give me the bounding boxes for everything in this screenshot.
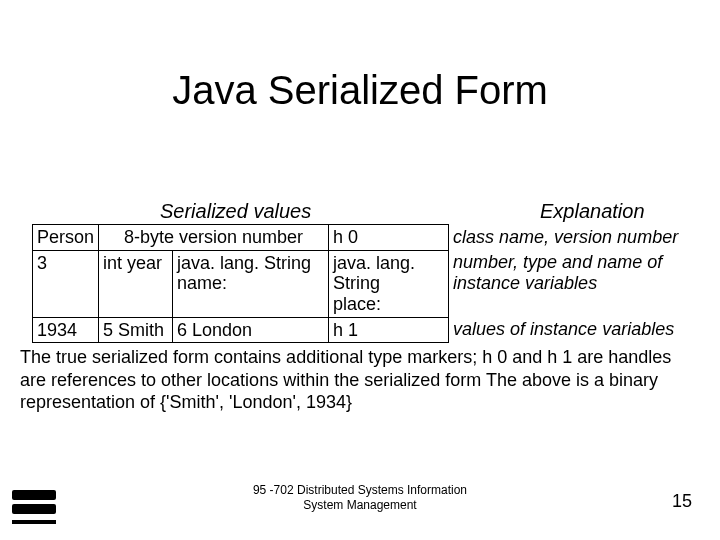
cell: 8-byte version number	[99, 225, 329, 251]
slide-title: Java Serialized Form	[0, 0, 720, 113]
cell: java. lang. String name:	[172, 250, 328, 317]
explanation-cell: values of instance variables	[449, 317, 683, 343]
cell: Person	[33, 225, 99, 251]
explanation-cell: class name, version number	[449, 225, 683, 251]
body-paragraph: The true serialized form contains additi…	[20, 346, 700, 414]
page-number: 15	[672, 491, 692, 512]
cell: 3	[33, 250, 99, 317]
logo-icon	[12, 486, 56, 524]
cell: h 0	[329, 225, 449, 251]
serialized-values-header: Serialized values	[160, 200, 311, 223]
cell: 1934	[33, 317, 99, 343]
cell: h 1	[329, 317, 449, 343]
cell: int year	[99, 250, 173, 317]
table-row: Person 8-byte version number h 0 class n…	[33, 225, 683, 251]
table-row: 1934 5 Smith 6 London h 1 values of inst…	[33, 317, 683, 343]
table-row: 3 int year java. lang. String name: java…	[33, 250, 683, 317]
cell: 6 London	[172, 317, 328, 343]
serialized-table: Person 8-byte version number h 0 class n…	[32, 224, 683, 343]
cell: java. lang. String place:	[329, 250, 449, 317]
slide: Java Serialized Form Serialized values E…	[0, 0, 720, 540]
explanation-header: Explanation	[540, 200, 645, 223]
cell: 5 Smith	[99, 317, 173, 343]
footer-text: 95 -702 Distributed Systems Information …	[0, 483, 720, 512]
explanation-cell: number, type and name of instance variab…	[449, 250, 683, 317]
